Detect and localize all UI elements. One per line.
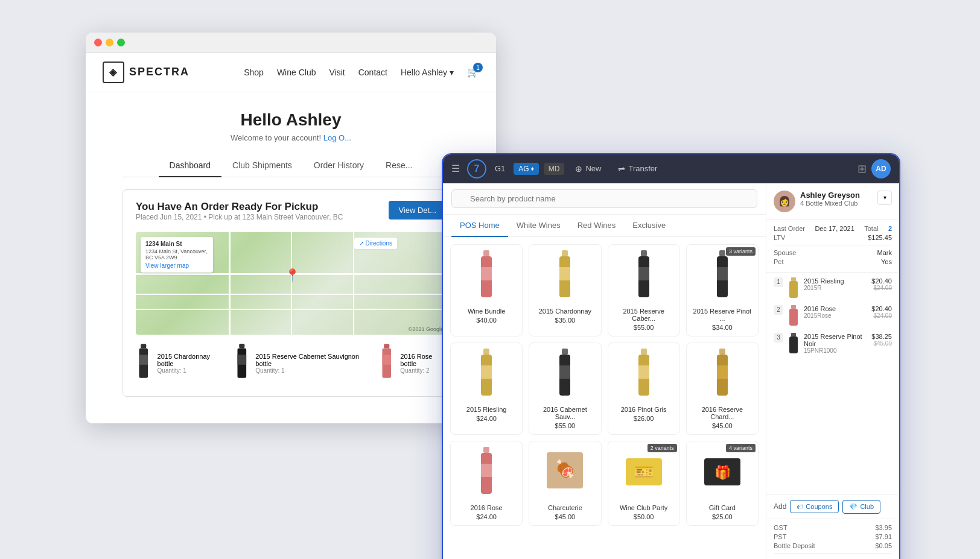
svg-rect-11 xyxy=(481,267,492,280)
map-view-larger[interactable]: View larger map xyxy=(145,262,208,269)
bottle-img-3 xyxy=(379,342,395,385)
svg-rect-47 xyxy=(789,336,798,353)
last-order-label: Last Order xyxy=(774,225,805,232)
grid-icon[interactable]: ⊞ xyxy=(858,162,867,175)
bottle-deposit-val: $0.05 xyxy=(875,542,892,549)
customer-club: 4 Bottle Mixed Club xyxy=(800,200,873,207)
product-1-name: 2015 Chardonnay bottle xyxy=(158,353,222,367)
product-card-8[interactable]: 2016 Rose $24.00 xyxy=(450,441,523,526)
logo-icon: ◈ xyxy=(103,62,124,83)
map-copyright: ©2021 Google xyxy=(409,326,444,332)
nav-shop[interactable]: Shop xyxy=(244,68,264,77)
maximize-dot[interactable] xyxy=(117,39,125,46)
close-dot[interactable] xyxy=(94,39,102,46)
tab-club-shipments[interactable]: Club Shipments xyxy=(221,154,303,177)
nav-wine-club[interactable]: Wine Club xyxy=(277,68,316,77)
cart-item-sku-0: 2015R xyxy=(804,285,868,291)
total-items-val: $90.96 xyxy=(868,557,892,560)
product-card-0[interactable]: Wine Bundle $40.00 xyxy=(450,244,523,336)
product-name-8: 2016 Rose xyxy=(456,504,517,511)
svg-rect-26 xyxy=(559,365,570,379)
product-card-9[interactable]: 🍖 Charcuterie $45.00 xyxy=(529,441,601,526)
search-input[interactable] xyxy=(451,189,757,208)
menu-icon[interactable]: ☰ xyxy=(451,163,460,174)
page-greeting: Hello Ashley xyxy=(122,110,460,130)
coupons-button[interactable]: 🏷 Coupons xyxy=(790,500,839,513)
cart-totals: GST $3.95 PST $7.91 Bottle Deposit $0.05… xyxy=(766,519,899,560)
login-link[interactable]: Log O... xyxy=(323,133,351,142)
product-card-2[interactable]: 2015 Reserve Caber... $55.00 xyxy=(608,244,680,336)
product-img-0 xyxy=(456,250,517,304)
tag-ag[interactable]: AG ♦ xyxy=(514,163,538,175)
cart-item-2[interactable]: 3 2015 Reserve Pinot Noir 15PNR1000 $38.… xyxy=(774,333,892,355)
new-button[interactable]: ⊕ New xyxy=(569,162,607,176)
spouse-label: Spouse xyxy=(774,249,796,256)
nav-greeting[interactable]: Hello Ashley ▾ xyxy=(401,68,454,77)
pos-body: POS Home White Wines Red Wines Exclusive… xyxy=(443,183,899,560)
product-card-5[interactable]: 2016 Cabernet Sauv... $55.00 xyxy=(529,343,601,435)
product-img-10: 🎫 xyxy=(613,446,675,501)
spouse-val: Mark xyxy=(877,249,892,256)
store-number[interactable]: 7 xyxy=(467,159,486,178)
product-card-11[interactable]: 4 variants 🎁 Gift Card $25.00 xyxy=(686,441,759,526)
svg-rect-30 xyxy=(719,349,725,355)
product-card-1[interactable]: 2015 Chardonnay $35.00 xyxy=(529,244,601,336)
svg-rect-35 xyxy=(481,464,492,477)
order-product-1: 2015 Chardonnay bottle Quantity: 1 xyxy=(136,342,222,385)
pet-val: Yes xyxy=(881,258,892,265)
cart-item-bottle-0 xyxy=(787,277,800,299)
user-avatar[interactable]: AD xyxy=(871,159,891,178)
browser-window-spectra: ◈ SPECTRA Shop Wine Club Visit Contact H… xyxy=(86,33,496,423)
nav-visit[interactable]: Visit xyxy=(329,68,345,77)
plus-icon: ⊕ xyxy=(575,164,582,174)
svg-rect-3 xyxy=(239,344,244,348)
svg-rect-29 xyxy=(638,365,649,379)
tag-md[interactable]: MD xyxy=(544,163,565,175)
product-name-6: 2016 Pinot Gris xyxy=(613,406,675,413)
svg-rect-24 xyxy=(562,349,568,355)
cart-item-1[interactable]: 2 2016 Rose 2015Rose $20.40 $24.00 xyxy=(774,305,892,327)
product-card-6[interactable]: 2016 Pinot Gris $26.00 xyxy=(608,343,680,435)
svg-rect-18 xyxy=(719,250,725,256)
minimize-dot[interactable] xyxy=(106,39,113,46)
product-name-11: Gift Card xyxy=(692,504,753,511)
cart-icon[interactable]: 🛒 1 xyxy=(467,66,479,78)
product-card-3[interactable]: 3 variants 2015 Reserve Pinot ... $34.00 xyxy=(686,244,759,336)
item-num-2: 3 xyxy=(774,333,783,343)
svg-rect-17 xyxy=(638,267,649,280)
customer-expand-button[interactable]: ▾ xyxy=(877,191,892,205)
tab-red-wines[interactable]: Red Wines xyxy=(569,215,625,237)
nav-contact[interactable]: Contact xyxy=(358,68,387,77)
directions-button[interactable]: ↗ Directions xyxy=(354,237,398,250)
view-details-button[interactable]: View Det... xyxy=(389,201,446,219)
pos-cart: 👩 Ashley Greyson 4 Bottle Mixed Club ▾ L… xyxy=(766,183,899,560)
map-placeholder: 📍 1234 Main St 1234 Main St, Vancouver, … xyxy=(136,232,446,335)
svg-rect-32 xyxy=(717,365,728,379)
product-card-4[interactable]: 2015 Riesling $24.00 xyxy=(450,343,523,435)
club-button[interactable]: 💎 Club xyxy=(842,500,880,514)
product-price-4: $24.00 xyxy=(456,415,517,422)
tab-pos-home[interactable]: POS Home xyxy=(451,215,508,237)
svg-rect-42 xyxy=(791,277,796,281)
cart-item-0[interactable]: 1 2015 Riesling 2015R $20.40 $24.00 xyxy=(774,277,892,299)
spectra-logo: ◈ SPECTRA xyxy=(103,62,189,83)
product-card-7[interactable]: 2016 Reserve Chard... $45.00 xyxy=(686,343,759,435)
tag-g1[interactable]: G1 xyxy=(491,163,509,174)
product-img-7 xyxy=(692,348,753,402)
tab-dashboard[interactable]: Dashboard xyxy=(159,154,222,177)
product-card-10[interactable]: 2 variants 🎫 Wine Club Party $50.00 xyxy=(608,441,680,526)
search-wrap xyxy=(451,189,757,208)
tab-reservations[interactable]: Rese... xyxy=(375,154,423,177)
search-bar xyxy=(443,183,766,215)
pickup-header: You Have An Order Ready For Pickup Place… xyxy=(136,201,446,227)
tab-exclusive[interactable]: Exclusive xyxy=(624,215,674,237)
tab-white-wines[interactable]: White Wines xyxy=(508,215,569,237)
spectra-navbar: ◈ SPECTRA Shop Wine Club Visit Contact H… xyxy=(86,53,496,92)
tab-order-history[interactable]: Order History xyxy=(303,154,375,177)
product-img-6 xyxy=(613,348,675,402)
browser-chrome-1 xyxy=(86,33,496,53)
order-product-3: 2016 Rose bottle Quantity: 2 xyxy=(379,342,446,385)
product-price-9: $45.00 xyxy=(534,513,596,520)
transfer-button[interactable]: ⇌ Transfer xyxy=(612,162,663,176)
product-name-1: 2015 Chardonnay xyxy=(534,308,596,315)
